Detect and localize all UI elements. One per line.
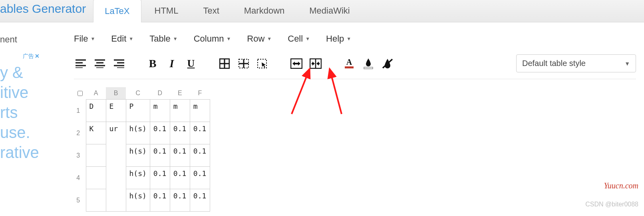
tab-text[interactable]: Text: [191, 0, 231, 22]
table-cell[interactable]: 0.1: [190, 122, 210, 144]
svg-rect-24: [364, 67, 373, 69]
menu-column[interactable]: Column▼: [194, 34, 231, 44]
split-cells-icon[interactable]: [309, 57, 322, 70]
chevron-down-icon: ▼: [346, 36, 351, 42]
table-cell[interactable]: 0.1: [150, 144, 170, 167]
clear-format-icon[interactable]: [381, 57, 394, 70]
column-header[interactable]: D: [150, 87, 170, 100]
chevron-down-icon: ▼: [173, 36, 178, 42]
table-cell[interactable]: 0.1: [150, 167, 170, 189]
menu-file[interactable]: File▼: [74, 34, 95, 44]
ad-panel: 广告✕ y & itive rts use. rative: [0, 53, 42, 213]
table-cell[interactable]: D: [86, 100, 106, 122]
row-header[interactable]: 2: [74, 122, 86, 144]
table-cell[interactable]: 0.1: [170, 122, 190, 144]
truncated-label: nent: [0, 34, 42, 45]
table-cell[interactable]: 0.1: [150, 122, 170, 144]
watermark-site: Yuucn.com: [604, 181, 638, 190]
table-cell[interactable]: 0.1: [190, 189, 210, 212]
table-cell[interactable]: 0.1: [170, 189, 190, 212]
tab-markdown[interactable]: Markdown: [233, 0, 296, 22]
row-header[interactable]: 4: [74, 167, 86, 189]
toolbar: B I U A Default table style ▼: [74, 54, 636, 79]
align-left-icon[interactable]: [74, 57, 87, 70]
row-header[interactable]: 1: [74, 100, 86, 122]
menu-table[interactable]: Table▼: [149, 34, 177, 44]
table-cell[interactable]: [86, 144, 106, 167]
tab-latex[interactable]: LaTeX: [93, 0, 141, 22]
menubar: File▼ Edit▼ Table▼ Column▼ Row▼ Cell▼ He…: [74, 34, 636, 44]
table-cell[interactable]: 0.1: [190, 144, 210, 167]
menu-help[interactable]: Help▼: [326, 34, 351, 44]
table-style-value: Default table style: [522, 59, 586, 68]
table-cell[interactable]: h(s): [126, 144, 150, 167]
table-cell[interactable]: [86, 189, 106, 212]
svg-text:A: A: [346, 58, 352, 66]
table-cell[interactable]: 0.1: [150, 189, 170, 212]
table-cell[interactable]: K: [86, 122, 106, 144]
chevron-down-icon: ▼: [624, 60, 630, 67]
borders-all-icon[interactable]: [218, 57, 231, 70]
table-cell[interactable]: P: [126, 100, 150, 122]
table-cell[interactable]: h(s): [126, 122, 150, 144]
table-cell[interactable]: m: [150, 100, 170, 122]
watermark-author: CSDN @biter0088: [585, 201, 638, 208]
borders-dashed-icon[interactable]: [237, 57, 250, 70]
row-header[interactable]: 5: [74, 189, 86, 212]
chevron-down-icon: ▼: [226, 36, 231, 42]
table-cell[interactable]: ur: [106, 122, 126, 212]
select-cell-icon[interactable]: [256, 57, 270, 70]
ad-ghost-text: y & itive rts use. rative: [0, 53, 42, 162]
table-cell[interactable]: 0.1: [170, 144, 190, 167]
table-cell[interactable]: E: [106, 100, 126, 122]
fill-color-icon[interactable]: [362, 57, 375, 70]
chevron-down-icon: ▼: [90, 36, 95, 42]
table-cell[interactable]: m: [170, 100, 190, 122]
chevron-down-icon: ▼: [305, 36, 310, 42]
table-cell[interactable]: 0.1: [190, 167, 210, 189]
table-cell[interactable]: h(s): [126, 189, 150, 212]
column-header[interactable]: F: [190, 87, 210, 100]
top-tabs: ables Generator LaTeX HTML Text Markdown…: [0, 0, 644, 22]
chevron-down-icon: ▼: [129, 36, 133, 42]
column-header[interactable]: B: [106, 87, 126, 100]
chevron-down-icon: ▼: [267, 36, 272, 42]
column-header[interactable]: E: [170, 87, 190, 100]
italic-icon[interactable]: I: [165, 57, 179, 70]
merge-cells-icon[interactable]: [290, 57, 303, 70]
menu-cell[interactable]: Cell▼: [288, 34, 310, 44]
table-style-select[interactable]: Default table style ▼: [516, 54, 636, 72]
column-header[interactable]: A: [86, 87, 106, 100]
menu-row[interactable]: Row▼: [247, 34, 272, 44]
text-color-icon[interactable]: A: [342, 57, 356, 70]
bold-icon[interactable]: B: [146, 57, 159, 70]
row-header[interactable]: 3: [74, 144, 86, 167]
underline-icon[interactable]: U: [184, 57, 198, 70]
menu-edit[interactable]: Edit▼: [111, 34, 133, 44]
left-sidebar: nent 广告✕ y & itive rts use. rative: [0, 22, 42, 216]
align-center-icon[interactable]: [93, 57, 107, 70]
select-all-checkbox[interactable]: [78, 91, 83, 96]
table-cell[interactable]: h(s): [126, 167, 150, 189]
table-editor[interactable]: ABCDEF1DEPmmm2Kurh(s)0.10.10.13h(s)0.10.…: [74, 87, 210, 212]
column-header[interactable]: C: [126, 87, 150, 100]
table-cell[interactable]: m: [190, 100, 210, 122]
table-cell[interactable]: 0.1: [170, 167, 190, 189]
table-cell[interactable]: [86, 167, 106, 189]
tab-html[interactable]: HTML: [143, 0, 190, 22]
tab-mediawiki[interactable]: MediaWiki: [298, 0, 361, 22]
align-right-icon[interactable]: [112, 57, 126, 70]
svg-rect-23: [345, 66, 354, 68]
brand-title: ables Generator: [0, 2, 93, 20]
